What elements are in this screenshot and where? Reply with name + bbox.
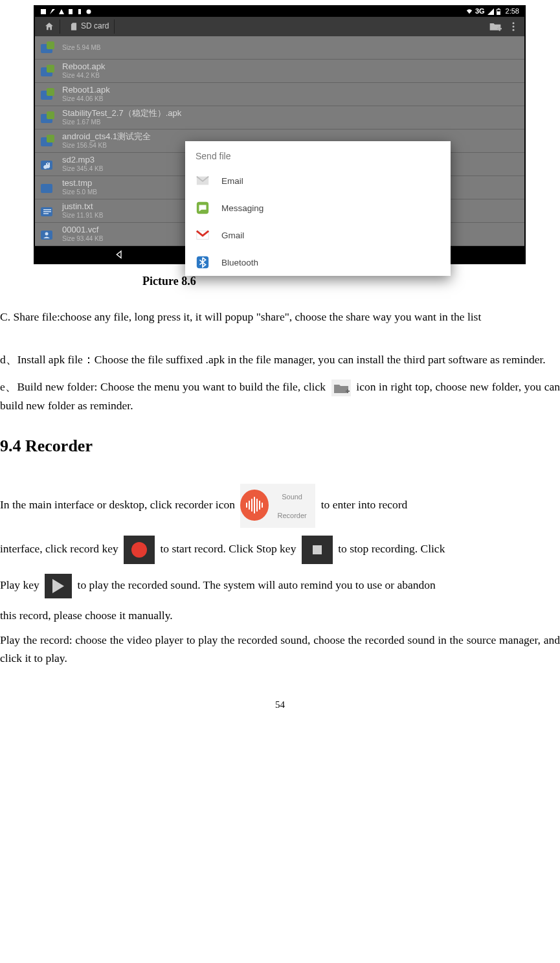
battery-icon xyxy=(497,8,503,15)
share-option-bluetooth[interactable]: Bluetooth xyxy=(185,249,451,276)
file-name: justin.txt xyxy=(62,202,103,212)
svg-rect-24 xyxy=(47,111,54,119)
text-icon xyxy=(39,203,56,220)
send-file-dialog: Send file Email Messaging Gmail Bluetoot… xyxy=(185,141,451,276)
svg-rect-28 xyxy=(41,184,52,193)
page-number: 54 xyxy=(0,697,560,712)
text: to play the recorded sound. The system w… xyxy=(78,578,436,591)
svg-rect-13 xyxy=(499,27,500,31)
share-option-email[interactable]: Email xyxy=(185,167,451,194)
svg-rect-9 xyxy=(497,12,500,15)
breadcrumb-label: SD card xyxy=(81,20,109,32)
gmail-icon xyxy=(196,228,210,242)
status-icon xyxy=(67,8,74,15)
paragraph-recorder-1: In the main interface or desktop, click … xyxy=(0,484,560,527)
share-option-label: Messaging xyxy=(221,201,263,216)
svg-marker-1 xyxy=(50,9,55,14)
file-row[interactable]: Reboot1.apkSize 44.06 KB xyxy=(35,83,524,106)
share-option-messaging[interactable]: Messaging xyxy=(185,194,451,221)
text: e、Build new folder: Choose the menu you … xyxy=(0,380,329,393)
text: to stop recording. Click xyxy=(338,542,445,555)
svg-rect-3 xyxy=(69,9,73,14)
app-label: Sound Recorder xyxy=(269,488,316,525)
svg-point-15 xyxy=(513,26,515,28)
share-option-label: Bluetooth xyxy=(221,256,258,270)
status-bar: 3G 2:58 xyxy=(35,6,524,17)
paragraph-install: d、Install apk file：Choose the file suffi… xyxy=(0,350,560,368)
file-manager-toolbar: SD card xyxy=(35,17,524,36)
record-button-icon xyxy=(124,536,155,564)
status-icon xyxy=(49,8,56,15)
share-option-label: Gmail xyxy=(221,229,244,243)
file-name: test.tmp xyxy=(62,179,97,188)
file-name: 00001.vcf xyxy=(62,225,103,235)
svg-rect-4 xyxy=(78,9,81,14)
vcf-icon xyxy=(39,226,56,243)
stop-button-icon xyxy=(302,536,333,564)
file-size: Size 5.0 MB xyxy=(62,188,97,196)
section-heading: 9.4 Recorder xyxy=(0,433,560,460)
status-icon xyxy=(76,8,83,15)
svg-rect-0 xyxy=(41,9,46,14)
file-size: Size 44.06 KB xyxy=(62,95,110,103)
apk-icon xyxy=(39,40,56,56)
svg-rect-32 xyxy=(43,213,49,214)
file-row[interactable]: Size 5.94 MB xyxy=(35,36,524,60)
svg-rect-22 xyxy=(47,88,54,96)
audio-icon xyxy=(39,156,56,173)
file-size: Size 1.67 MB xyxy=(62,119,181,126)
usb-debug-icon xyxy=(85,8,92,15)
svg-rect-30 xyxy=(43,209,51,210)
network-label: 3G xyxy=(475,6,485,17)
messaging-icon xyxy=(196,201,210,215)
svg-marker-6 xyxy=(487,8,494,15)
new-folder-icon xyxy=(331,380,351,396)
file-size: Size 5.94 MB xyxy=(62,44,100,52)
file-size: Size 44.2 KB xyxy=(62,72,106,80)
text: to enter into record xyxy=(321,498,408,511)
play-button-icon xyxy=(45,574,72,598)
sound-recorder-app-icon: Sound Recorder xyxy=(240,484,315,527)
file-name: Reboot.apk xyxy=(62,62,106,72)
file-icon xyxy=(39,179,56,196)
clock-label: 2:58 xyxy=(506,6,519,17)
text: Play key xyxy=(0,578,42,591)
svg-rect-26 xyxy=(47,135,54,142)
svg-rect-18 xyxy=(47,41,54,49)
svg-rect-31 xyxy=(43,211,51,212)
text: to start record. Click Stop key xyxy=(160,542,298,555)
breadcrumb-sdcard[interactable]: SD card xyxy=(64,19,115,34)
share-option-label: Email xyxy=(221,174,243,188)
paragraph-recorder-5: Play the record: choose the video player… xyxy=(0,631,560,667)
file-name: Reboot1.apk xyxy=(62,85,110,95)
breadcrumb-home[interactable] xyxy=(39,19,60,34)
file-name: StabilityTest_2.7（稳定性）.apk xyxy=(62,109,181,119)
file-row[interactable]: StabilityTest_2.7（稳定性）.apkSize 1.67 MB xyxy=(35,106,524,130)
bluetooth-icon xyxy=(196,255,210,269)
paragraph-recorder-2: interface, click record key to start rec… xyxy=(0,534,560,564)
file-name: sd2.mp3 xyxy=(62,155,103,165)
apk-icon xyxy=(39,109,56,126)
device-screenshot: 3G 2:58 SD card xyxy=(34,5,526,264)
file-size: Size 156.54 KB xyxy=(62,142,151,150)
paragraph-recorder-3: Play key to play the recorded sound. The… xyxy=(0,571,560,600)
svg-marker-35 xyxy=(117,251,122,258)
wifi-icon xyxy=(466,8,473,15)
text: In the main interface or desktop, click … xyxy=(0,498,238,511)
paragraph-share: C. Share file:choose any file, long pres… xyxy=(0,308,560,326)
share-option-gmail[interactable]: Gmail xyxy=(185,221,451,249)
svg-point-16 xyxy=(513,29,515,31)
back-button[interactable] xyxy=(114,249,126,260)
status-icon xyxy=(58,8,65,15)
email-icon xyxy=(196,174,210,188)
new-folder-button[interactable] xyxy=(488,19,502,34)
signal-icon xyxy=(487,8,494,15)
svg-point-34 xyxy=(45,232,49,235)
file-name: android_cts4.1测试完全 xyxy=(62,132,151,142)
apk-icon xyxy=(39,133,56,150)
file-row[interactable]: Reboot.apkSize 44.2 KB xyxy=(35,60,524,83)
overflow-menu-button[interactable] xyxy=(506,19,521,34)
svg-point-14 xyxy=(513,22,515,24)
file-size: Size 93.44 KB xyxy=(62,235,103,243)
text: interface, click record key xyxy=(0,542,121,555)
